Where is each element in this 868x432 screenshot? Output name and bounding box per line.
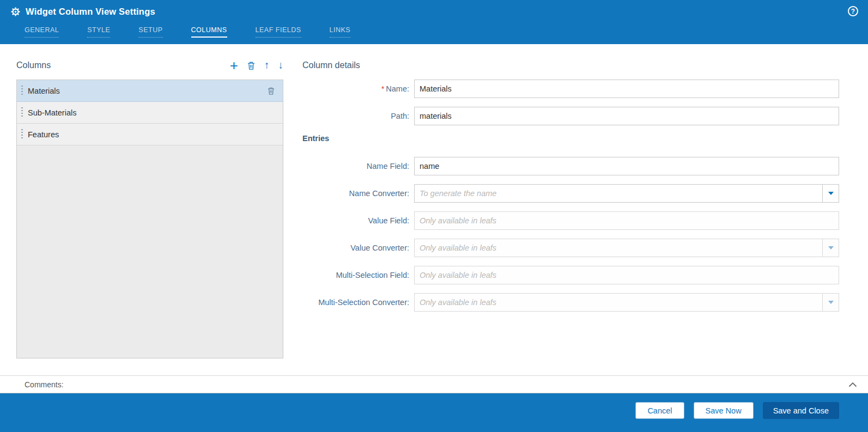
value-field-input (414, 211, 839, 230)
name-field-row: Name Field: (302, 157, 839, 175)
columns-toolbar: + ↑ ↓ (230, 59, 283, 71)
name-input[interactable] (414, 80, 839, 98)
list-item-label: Sub-Materials (28, 108, 275, 117)
tab-general[interactable]: GENERAL (25, 26, 59, 38)
path-input[interactable] (414, 107, 839, 125)
chevron-down-icon (828, 246, 834, 250)
footer: Cancel Save Now Save and Close (0, 393, 868, 432)
list-item-sub-materials[interactable]: Sub-Materials (17, 102, 283, 124)
columns-panel-title: Columns (16, 60, 51, 70)
name-converter-input[interactable] (414, 184, 823, 203)
multi-selection-field-input (414, 266, 839, 284)
tab-style[interactable]: STYLE (87, 26, 110, 38)
move-down-button[interactable]: ↓ (278, 59, 284, 71)
multi-selection-field-label: Multi-Selection Field: (302, 271, 414, 279)
multi-selection-converter-dropdown-button (822, 293, 839, 312)
tab-bar: GENERAL STYLE SETUP COLUMNS LEAF FIELDS … (0, 23, 868, 44)
name-label: *Name: (302, 84, 414, 93)
drag-handle-icon[interactable] (21, 107, 23, 118)
save-now-button[interactable]: Save Now (694, 402, 754, 419)
comments-label: Comments: (25, 380, 64, 389)
value-converter-label: Value Converter: (302, 244, 414, 252)
list-item-label: Features (28, 130, 275, 139)
tab-links[interactable]: LINKS (330, 26, 351, 38)
path-label: Path: (302, 112, 414, 120)
multi-selection-converter-label: Multi-Selection Converter: (302, 298, 414, 307)
columns-panel-header: Columns + ↑ ↓ (16, 58, 283, 73)
title-bar: Widget Column View Settings ? (0, 0, 868, 23)
columns-panel: Columns + ↑ ↓ Materials (16, 58, 283, 375)
value-converter-input (414, 239, 823, 257)
add-column-button[interactable]: + (230, 60, 238, 71)
value-field-row: Value Field: (302, 211, 839, 230)
save-and-close-button[interactable]: Save and Close (763, 402, 839, 419)
chevron-down-icon (828, 301, 834, 304)
move-up-button[interactable]: ↑ (264, 59, 270, 71)
cancel-button[interactable]: Cancel (635, 402, 684, 419)
main-content: Columns + ↑ ↓ Materials (0, 44, 868, 375)
path-row: Path: (302, 107, 839, 125)
value-field-label: Value Field: (302, 216, 414, 225)
columns-list: Materials Sub-Materials Features (16, 80, 283, 358)
tab-leaf-fields[interactable]: LEAF FIELDS (256, 26, 301, 38)
row-delete-icon[interactable] (267, 87, 275, 95)
list-item-label: Materials (28, 87, 262, 95)
drag-handle-icon[interactable] (21, 129, 23, 140)
drag-handle-icon[interactable] (21, 86, 23, 96)
multi-selection-converter-row: Multi-Selection Converter: (302, 293, 839, 312)
name-field-label: Name Field: (302, 162, 414, 171)
widget-column-view-settings-dialog: Widget Column View Settings ? GENERAL ST… (0, 0, 868, 432)
comments-bar: Comments: (0, 375, 868, 393)
header: Widget Column View Settings ? GENERAL ST… (0, 0, 868, 44)
gear-icon (11, 7, 20, 16)
column-details-panel: Column details *Name: Path: Entries Name… (302, 58, 839, 375)
list-item-features[interactable]: Features (17, 124, 283, 145)
entries-section-title: Entries (302, 134, 839, 143)
name-converter-dropdown-button[interactable] (822, 184, 839, 203)
value-converter-row: Value Converter: (302, 239, 839, 257)
tab-columns[interactable]: COLUMNS (191, 26, 227, 38)
tab-setup[interactable]: SETUP (138, 26, 162, 38)
delete-column-button[interactable] (247, 61, 256, 70)
required-marker: * (381, 84, 385, 93)
name-converter-row: Name Converter: (302, 184, 839, 203)
chevron-up-icon[interactable] (848, 382, 857, 387)
name-field-input[interactable] (414, 157, 839, 175)
multi-selection-field-row: Multi-Selection Field: (302, 266, 839, 284)
name-converter-label: Name Converter: (302, 189, 414, 198)
list-item-materials[interactable]: Materials (17, 80, 283, 102)
chevron-down-icon (828, 192, 834, 195)
column-details-title: Column details (302, 58, 839, 73)
name-row: *Name: (302, 80, 839, 98)
value-converter-dropdown-button (822, 239, 839, 257)
dialog-title: Widget Column View Settings (26, 7, 155, 17)
help-icon[interactable]: ? (848, 6, 858, 16)
multi-selection-converter-input (414, 293, 823, 312)
